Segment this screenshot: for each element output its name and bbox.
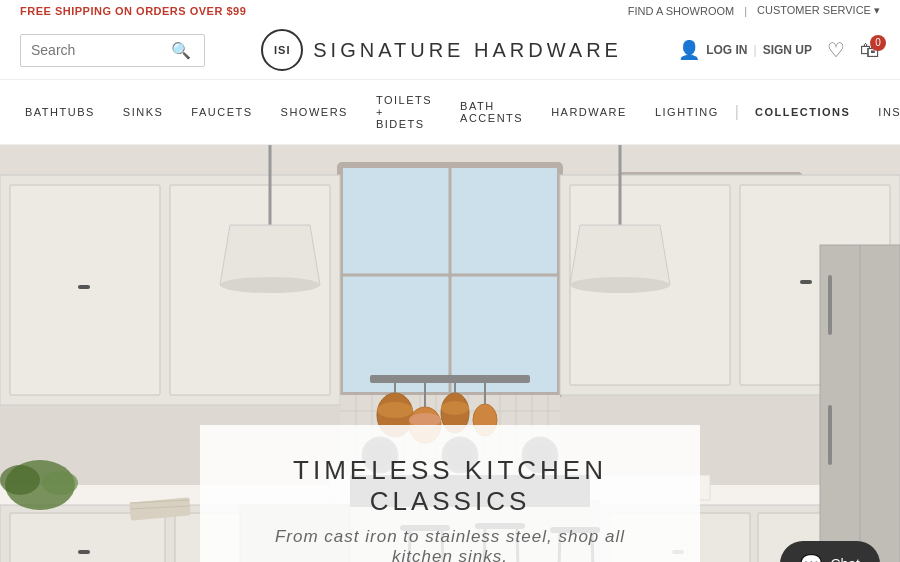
svg-point-44	[377, 402, 413, 418]
svg-rect-15	[10, 185, 160, 395]
chevron-down-icon: ▾	[874, 4, 880, 16]
chat-icon: 💬	[800, 553, 822, 562]
svg-rect-84	[828, 405, 832, 465]
top-divider: |	[744, 5, 747, 17]
search-box[interactable]: 🔍	[20, 34, 205, 67]
nav-toilets[interactable]: TOILETS + BIDETS	[362, 80, 446, 144]
search-button[interactable]: 🔍	[171, 41, 191, 60]
nav-sinks[interactable]: SINKS	[109, 92, 178, 132]
header: 🔍 ISI SIGNATURE HARDWARE 👤 LOG IN | SIGN…	[0, 21, 900, 80]
svg-marker-86	[220, 225, 320, 285]
top-links: FIND A SHOWROOM | CUSTOMER SERVICE ▾	[628, 4, 880, 17]
customer-service-link[interactable]: CUSTOMER SERVICE ▾	[757, 4, 880, 17]
svg-rect-42	[370, 375, 530, 383]
nav-hardware[interactable]: HARDWARE	[537, 92, 641, 132]
auth-links: 👤 LOG IN | SIGN UP	[678, 39, 812, 61]
svg-rect-83	[828, 275, 832, 335]
search-icon: 🔍	[171, 42, 191, 59]
svg-rect-23	[800, 280, 812, 284]
user-icon: 👤	[678, 39, 700, 61]
chat-label: Chat	[830, 556, 860, 562]
hero-title: TIMELESS KITCHEN CLASSICS	[260, 455, 640, 517]
cart-count: 0	[870, 35, 886, 51]
hero-text-box: TIMELESS KITCHEN CLASSICS From cast iron…	[200, 425, 700, 562]
svg-point-90	[570, 277, 670, 293]
nav-bathtubs[interactable]: BATHTUBS	[11, 92, 109, 132]
nav-inspiration[interactable]: INSPIRATION	[864, 92, 900, 132]
nav-collections[interactable]: COLLECTIONS	[741, 92, 864, 132]
main-nav: VANITIES BATHTUBS SINKS FAUCETS SHOWERS …	[0, 80, 900, 145]
find-showroom-link[interactable]: FIND A SHOWROOM	[628, 5, 734, 17]
svg-rect-17	[78, 285, 90, 289]
header-right: 👤 LOG IN | SIGN UP ♡ 🛍 0	[678, 38, 880, 62]
logo-text: SIGNATURE HARDWARE	[313, 39, 622, 62]
svg-point-87	[220, 277, 320, 293]
nav-divider: |	[733, 103, 741, 121]
nav-bath-accents[interactable]: BATH ACCENTS	[446, 86, 537, 138]
top-bar: FREE SHIPPING ON ORDERS OVER $99 FIND A …	[0, 0, 900, 21]
shipping-promo: FREE SHIPPING ON ORDERS OVER $99	[20, 5, 246, 17]
nav-lighting[interactable]: LIGHTING	[641, 92, 733, 132]
search-input[interactable]	[31, 42, 171, 58]
logo-link[interactable]: ISI SIGNATURE HARDWARE	[261, 29, 622, 71]
svg-rect-61	[78, 550, 90, 554]
hero-subtitle: From cast iron to stainless steel, shop …	[260, 527, 640, 562]
auth-divider: |	[754, 43, 757, 57]
svg-point-99	[0, 465, 40, 495]
svg-point-50	[441, 401, 469, 415]
cart-button[interactable]: 🛍 0	[860, 39, 880, 62]
hero-section: TIMELESS KITCHEN CLASSICS From cast iron…	[0, 145, 900, 562]
signup-link[interactable]: SIGN UP	[763, 43, 812, 57]
login-link[interactable]: LOG IN	[706, 43, 747, 57]
heart-icon: ♡	[827, 39, 845, 61]
nav-vanities[interactable]: VANITIES	[0, 92, 11, 132]
nav-showers[interactable]: SHOWERS	[267, 92, 362, 132]
chat-button[interactable]: 💬 Chat	[780, 541, 880, 562]
svg-rect-59	[10, 513, 165, 562]
nav-faucets[interactable]: FAUCETS	[177, 92, 266, 132]
logo-badge: ISI	[261, 29, 303, 71]
svg-marker-89	[570, 225, 670, 285]
svg-point-100	[42, 471, 78, 495]
wishlist-button[interactable]: ♡	[827, 38, 845, 62]
